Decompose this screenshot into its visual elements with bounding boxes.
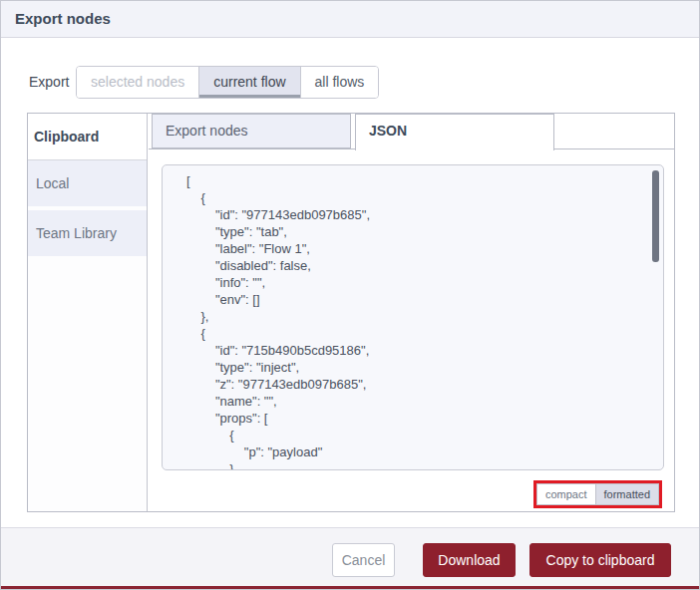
export-library-panel: Clipboard Local Team Library Export node… bbox=[27, 113, 675, 512]
library-sidebar: Clipboard Local Team Library bbox=[28, 114, 148, 511]
export-scope-toggle-group: selected nodes current flow all flows bbox=[76, 66, 379, 99]
tab-export-nodes[interactable]: Export nodes bbox=[152, 114, 351, 148]
json-export-text: [ { "id": "977143edb097b685", "type": "t… bbox=[163, 165, 663, 470]
compact-format-button[interactable]: compact bbox=[536, 483, 596, 505]
export-all-flows-button[interactable]: all flows bbox=[300, 67, 379, 98]
export-selected-nodes-button[interactable]: selected nodes bbox=[77, 67, 198, 98]
formatted-format-button[interactable]: formatted bbox=[596, 483, 659, 505]
download-button[interactable]: Download bbox=[423, 543, 516, 577]
dialog-title: Export nodes bbox=[1, 1, 699, 38]
cancel-button[interactable]: Cancel bbox=[332, 543, 395, 577]
scrollbar-thumb[interactable] bbox=[652, 170, 659, 262]
json-export-textarea[interactable]: [ { "id": "977143edb097b685", "type": "t… bbox=[162, 164, 664, 470]
dialog-footer: Cancel Download Copy to clipboard bbox=[1, 527, 699, 586]
copy-to-clipboard-button[interactable]: Copy to clipboard bbox=[529, 543, 671, 577]
clipboard-tab-bar: Export nodes JSON bbox=[149, 114, 674, 149]
sidebar-item-clipboard[interactable]: Clipboard bbox=[28, 114, 147, 160]
sidebar-item-team-library[interactable]: Team Library bbox=[28, 210, 147, 256]
json-tab-content: [ { "id": "977143edb097b685", "type": "t… bbox=[149, 150, 674, 511]
sidebar-item-local[interactable]: Local bbox=[28, 160, 147, 206]
tab-json[interactable]: JSON bbox=[355, 114, 554, 150]
dialog-bottom-edge bbox=[1, 586, 699, 590]
export-scope-label: Export bbox=[29, 74, 69, 90]
export-current-flow-button[interactable]: current flow bbox=[198, 67, 299, 98]
annotation-highlight: compact formatted bbox=[533, 480, 662, 508]
